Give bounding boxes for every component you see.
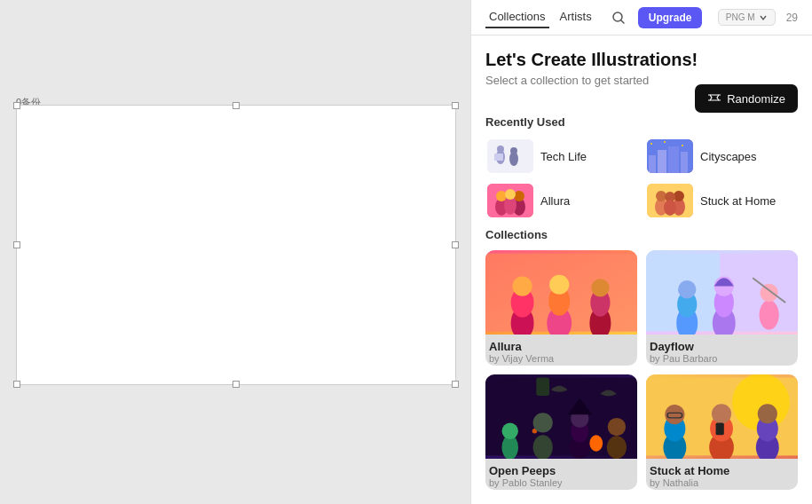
collection-image-openpeeps [485, 374, 637, 459]
search-icon [611, 11, 626, 25]
svg-point-13 [650, 143, 652, 145]
svg-line-1 [621, 20, 624, 23]
techlife-thumbnail [487, 139, 533, 173]
page-number: 29 [786, 12, 798, 24]
collection-name-allura: Allura [489, 340, 634, 353]
recent-item-allura[interactable]: Allura [485, 182, 638, 219]
svg-point-66 [608, 418, 626, 436]
svg-rect-59 [536, 378, 549, 396]
dayflow-illustration [646, 250, 798, 335]
svg-point-79 [758, 404, 777, 423]
format-selector[interactable]: PNG M [718, 9, 776, 26]
svg-point-60 [533, 413, 553, 432]
format-label: PNG M [726, 12, 755, 22]
thumb-allura [487, 184, 533, 217]
handle-top-right[interactable] [452, 102, 459, 109]
thumb-techlife [487, 139, 533, 173]
svg-point-45 [678, 280, 696, 298]
collection-name-dayflow: Dayflow [650, 340, 794, 353]
svg-point-6 [510, 147, 517, 154]
handle-mid-left[interactable] [13, 241, 20, 248]
collection-image-dayflow [646, 250, 798, 335]
svg-point-14 [664, 141, 666, 143]
recently-used-grid: Tech Life [485, 138, 798, 219]
handle-top-mid[interactable] [233, 102, 240, 109]
tab-artists[interactable]: Artists [556, 6, 595, 28]
randomize-icon [707, 91, 721, 106]
svg-rect-11 [668, 146, 679, 173]
randomize-label: Randomize [727, 92, 785, 106]
collection-info-allura: Allura by Vijay Verma [485, 335, 637, 366]
handle-bot-mid[interactable] [233, 381, 240, 388]
svg-rect-10 [658, 150, 666, 173]
svg-point-22 [505, 189, 516, 200]
svg-point-34 [513, 276, 532, 295]
handle-top-left[interactable] [13, 102, 20, 109]
collection-info-openpeeps: Open Peeps by Pablo Stanley [485, 459, 637, 490]
svg-point-29 [664, 200, 676, 216]
collection-card-allura[interactable]: Allura by Vijay Verma [485, 250, 637, 366]
recent-item-cityscapes[interactable]: Cityscapes [645, 138, 798, 175]
openpeeps-illustration [485, 374, 637, 459]
collections-title: Collections [485, 228, 798, 241]
recently-used-title: Recently Used [485, 115, 798, 129]
chevron-down-icon [759, 13, 768, 22]
collection-card-stuckhome[interactable]: Stuck at Home by Nathalia [646, 374, 798, 490]
svg-rect-7 [494, 154, 503, 161]
collection-author-allura: by Vijay Verma [489, 353, 634, 364]
upgrade-button[interactable]: Upgrade [638, 7, 703, 28]
collection-image-stuckhome [646, 374, 798, 459]
handle-mid-right[interactable] [452, 241, 459, 248]
collection-name-stuckhome: Stuck at Home [650, 464, 794, 477]
handle-bot-left[interactable] [13, 381, 20, 388]
collections-section: Collections [471, 228, 812, 504]
svg-point-58 [533, 435, 553, 459]
handle-bot-right[interactable] [452, 381, 459, 388]
recent-label-allura: Allura [540, 194, 570, 208]
collection-author-dayflow: by Pau Barbaro [650, 353, 794, 364]
stuckhome-thumbnail [647, 184, 693, 217]
collection-card-openpeeps[interactable]: Open Peeps by Pablo Stanley [485, 374, 637, 490]
allura-illustration [485, 250, 637, 335]
svg-point-65 [607, 436, 627, 459]
collection-name-openpeeps: Open Peeps [489, 464, 634, 477]
stuckhome-illustration [646, 374, 798, 459]
collection-info-stuckhome: Stuck at Home by Nathalia [646, 459, 798, 490]
allura-thumbnail [487, 184, 533, 217]
tab-collections[interactable]: Collections [485, 6, 549, 28]
svg-point-64 [589, 435, 603, 451]
svg-rect-76 [716, 422, 724, 435]
svg-point-49 [760, 300, 779, 329]
cityscapes-thumbnail [647, 139, 693, 173]
svg-point-40 [591, 279, 609, 296]
svg-point-4 [497, 146, 504, 153]
collection-image-allura [485, 250, 637, 335]
recent-label-stuckhome: Stuck at Home [700, 194, 776, 208]
svg-point-15 [682, 145, 683, 146]
recent-label-cityscapes: Cityscapes [700, 150, 757, 163]
svg-point-75 [712, 404, 731, 423]
search-button[interactable] [606, 5, 631, 30]
panel-header: Let's Create Illustrations! Select a col… [471, 35, 812, 101]
thumb-cityscapes [647, 139, 693, 173]
randomize-button[interactable]: Randomize [695, 84, 798, 113]
recent-item-stuckhome[interactable]: Stuck at Home [645, 182, 798, 219]
canvas-panel: 0备份 [0, 0, 470, 504]
canvas-area[interactable] [16, 105, 456, 385]
panel-content: Recently Used Tech Life [471, 101, 812, 228]
thumb-stuckhome [647, 184, 693, 217]
svg-point-37 [549, 275, 569, 295]
collection-author-stuckhome: by Nathalia [650, 477, 794, 488]
collection-card-dayflow[interactable]: Dayflow by Pau Barbaro [646, 250, 798, 366]
nav-bar: Collections Artists Upgrade PNG M 29 [471, 0, 812, 35]
collections-grid: Allura by Vijay Verma [485, 250, 798, 490]
collection-info-dayflow: Dayflow by Pau Barbaro [646, 335, 798, 366]
main-headline: Let's Create Illustrations! [485, 50, 798, 70]
svg-point-57 [501, 422, 517, 438]
svg-rect-9 [649, 155, 656, 173]
recent-label-techlife: Tech Life [540, 150, 587, 163]
right-panel: Collections Artists Upgrade PNG M 29 Let… [470, 0, 812, 504]
svg-rect-12 [681, 152, 688, 173]
recent-item-techlife[interactable]: Tech Life [485, 138, 638, 175]
collection-author-openpeeps: by Pablo Stanley [489, 477, 634, 488]
